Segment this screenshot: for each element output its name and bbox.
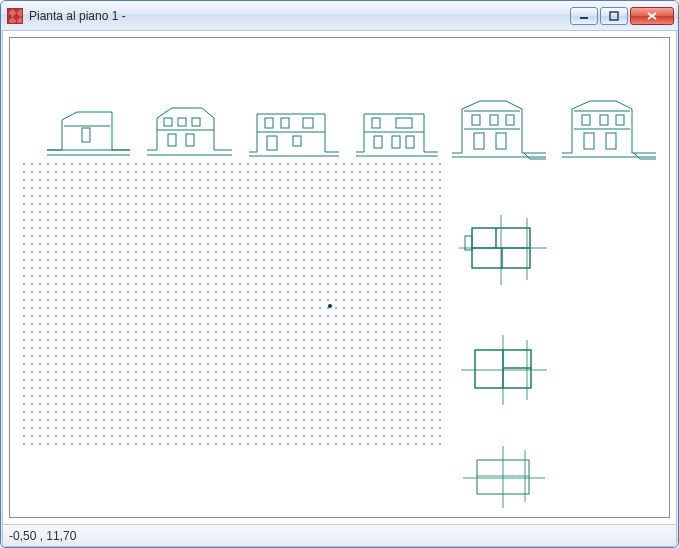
app-icon <box>7 8 23 24</box>
minimize-icon <box>579 11 589 21</box>
maximize-button[interactable] <box>600 7 628 25</box>
maximize-icon <box>609 11 619 21</box>
svg-point-66 <box>328 304 332 308</box>
drawing-frame <box>9 37 670 518</box>
close-button[interactable] <box>630 7 674 25</box>
svg-rect-1 <box>610 12 618 20</box>
window-controls <box>570 7 674 25</box>
reference-marker <box>12 40 667 515</box>
window-title: Pianta al piano 1 - <box>29 9 564 23</box>
drawings-layer <box>12 40 667 515</box>
close-icon <box>646 11 658 21</box>
titlebar[interactable]: Pianta al piano 1 - <box>1 1 678 31</box>
client-area: -0,50 , 11,70 <box>2 31 677 547</box>
statusbar: -0,50 , 11,70 <box>3 524 676 546</box>
cursor-coordinates: -0,50 , 11,70 <box>9 529 76 543</box>
drawing-canvas[interactable] <box>12 40 667 515</box>
app-window: Pianta al piano 1 - <box>0 0 679 548</box>
minimize-button[interactable] <box>570 7 598 25</box>
